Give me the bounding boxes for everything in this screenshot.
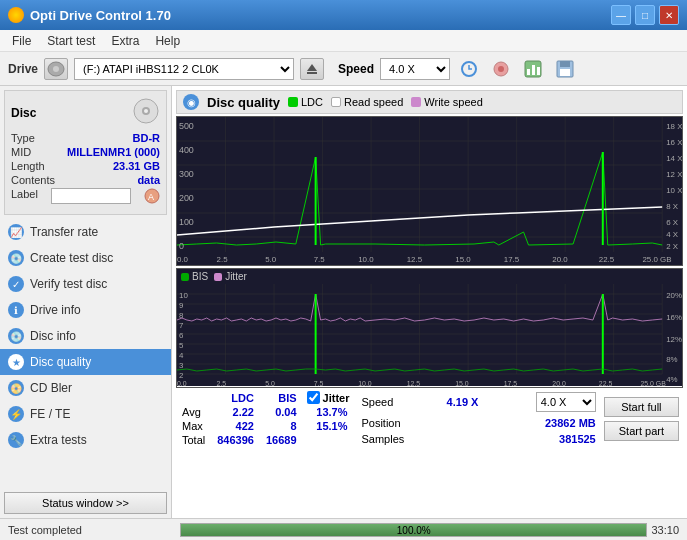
svg-text:400: 400 [179,145,194,155]
legend-read-speed: Read speed [331,96,403,108]
stats-max-jitter: 15.1% [303,419,354,433]
jitter-label: Jitter [323,392,350,404]
ldc-legend-label: LDC [301,96,323,108]
svg-text:4: 4 [179,351,184,360]
drive-label: Drive [8,62,38,76]
stats-avg-row: Avg 2.22 0.04 13.7% [176,405,353,419]
speed-label: Speed [338,62,374,76]
title-controls: — □ ✕ [611,5,679,25]
settings-icon[interactable] [488,58,514,80]
eject-icon[interactable] [300,58,324,80]
maximize-button[interactable]: □ [635,5,655,25]
bis-legend-dot [181,273,189,281]
title-bar: Opti Drive Control 1.70 — □ ✕ [0,0,687,30]
ldc-chart-container: 500 400 300 200 100 0 18 X 16 X 14 X 12 … [176,116,683,266]
svg-text:10 X: 10 X [666,186,682,195]
drive-info-icon: ℹ [8,302,24,318]
sidebar-item-cd-bler[interactable]: 📀 CD Bler [0,375,171,401]
sidebar-item-disc-info[interactable]: 💿 Disc info [0,323,171,349]
svg-text:0: 0 [179,241,184,251]
disc-label-input[interactable] [51,188,131,204]
svg-text:2 X: 2 X [666,242,679,251]
disc-length-value: 23.31 GB [113,160,160,172]
sidebar-item-drive-info[interactable]: ℹ Drive info [0,297,171,323]
svg-text:10.0: 10.0 [358,380,372,386]
disc-label-icon[interactable]: A [144,188,160,206]
start-part-button[interactable]: Start part [604,421,679,441]
start-full-button[interactable]: Start full [604,397,679,417]
menu-file[interactable]: File [4,32,39,50]
disc-label-label: Label [11,188,38,206]
jitter-checkbox-row: Jitter [307,391,350,404]
svg-text:17.5: 17.5 [504,255,520,264]
progress-bar: 100.0% [180,523,647,537]
disc-contents-value: data [137,174,160,186]
minimize-button[interactable]: — [611,5,631,25]
svg-text:5.0: 5.0 [265,255,277,264]
svg-rect-3 [307,72,317,74]
legend-jitter: Jitter [214,271,247,282]
graph-icon[interactable] [520,58,546,80]
stats-max-label: Max [176,419,211,433]
svg-text:6: 6 [179,331,184,340]
sidebar-item-create-test-disc[interactable]: 💿 Create test disc [0,245,171,271]
verify-test-disc-icon: ✓ [8,276,24,292]
refresh-icon[interactable] [456,58,482,80]
drive-bar: Drive (F:) ATAPI iHBS112 2 CL0K Speed 4.… [0,52,687,86]
svg-text:100: 100 [179,217,194,227]
sidebar-item-verify-test-disc[interactable]: ✓ Verify test disc [0,271,171,297]
close-button[interactable]: ✕ [659,5,679,25]
svg-rect-8 [527,69,530,75]
disc-mid-row: MID MILLENMR1 (000) [11,146,160,158]
disc-info-icon: 💿 [8,328,24,344]
svg-text:9: 9 [179,301,184,310]
menu-extra[interactable]: Extra [103,32,147,50]
disc-panel-title: Disc [11,106,36,120]
svg-point-6 [498,66,504,72]
stats-speed-label: Speed [361,396,393,408]
bis-chart-svg: 10 9 8 7 6 5 4 3 2 20% 16% 12% 8% 4% 0.0… [177,284,682,386]
svg-text:200: 200 [179,193,194,203]
svg-text:12%: 12% [666,335,682,344]
sidebar-item-extra-tests[interactable]: 🔧 Extra tests [0,427,171,453]
svg-text:A: A [148,192,154,202]
disc-length-row: Length 23.31 GB [11,160,160,172]
bis-legend: BIS Jitter [177,269,682,284]
status-bar: Test completed 100.0% 33:10 [0,518,687,540]
main-content: Disc Type BD-R MID MILLENMR1 (000) Lengt… [0,86,687,518]
svg-text:20.0: 20.0 [552,255,568,264]
svg-text:8: 8 [179,311,184,320]
disc-contents-row: Contents data [11,174,160,186]
cd-bler-icon: 📀 [8,380,24,396]
svg-text:12.5: 12.5 [407,255,423,264]
legend-write-speed: Write speed [411,96,483,108]
svg-text:8 X: 8 X [666,202,679,211]
svg-text:16 X: 16 X [666,138,682,147]
jitter-checkbox[interactable] [307,391,320,404]
drive-selector[interactable]: (F:) ATAPI iHBS112 2 CL0K [74,58,294,80]
svg-text:14 X: 14 X [666,154,682,163]
disc-type-value: BD-R [133,132,161,144]
stats-samples-label: Samples [361,433,404,445]
save-icon[interactable] [552,58,578,80]
menu-help[interactable]: Help [147,32,188,50]
menu-start-test[interactable]: Start test [39,32,103,50]
disc-quality-icon: ★ [8,354,24,370]
svg-text:2.5: 2.5 [217,255,229,264]
svg-text:7.5: 7.5 [314,380,324,386]
stats-speed-value: 4.19 X [447,396,479,408]
bis-legend-label: BIS [192,271,208,282]
sidebar-item-disc-quality[interactable]: ★ Disc quality [0,349,171,375]
transfer-rate-icon: 📈 [8,224,24,240]
sidebar-item-fe-te[interactable]: ⚡ FE / TE [0,401,171,427]
status-time: 33:10 [651,524,683,536]
app-title: Opti Drive Control 1.70 [30,8,171,23]
stats-speed-selector[interactable]: 4.0 X [536,392,596,412]
stats-speed-row: Speed 4.19 X 4.0 X [361,392,595,412]
jitter-legend-label: Jitter [225,271,247,282]
speed-selector[interactable]: 4.0 X 1.0 X 2.0 X 8.0 X [380,58,450,80]
sidebar-item-transfer-rate[interactable]: 📈 Transfer rate [0,219,171,245]
sidebar-nav: 📈 Transfer rate 💿 Create test disc ✓ Ver… [0,219,171,488]
status-window-button[interactable]: Status window >> [4,492,167,514]
disc-mid-label: MID [11,146,31,158]
